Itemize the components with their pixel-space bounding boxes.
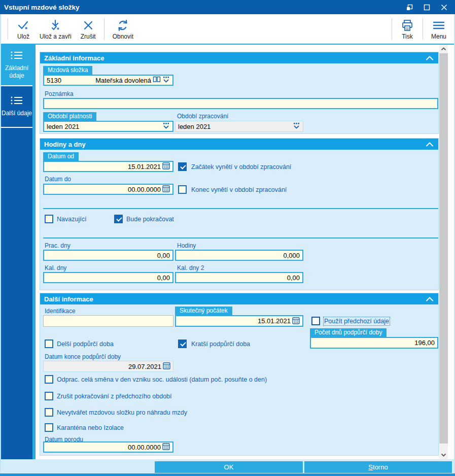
validity-period-field[interactable]: leden 2021 [43, 121, 173, 132]
date-to-field[interactable]: 00.00.0000 [43, 184, 173, 195]
processing-period-value: leden 2021 [178, 123, 211, 130]
toolbar-separator [8, 18, 8, 40]
calendar-icon[interactable] [162, 185, 170, 194]
date-to-label: Datum do [45, 176, 71, 183]
cancel-button[interactable]: Zrušit [76, 17, 100, 41]
actual-start-field[interactable]: 15.01.2021 [175, 315, 303, 327]
restore-icon[interactable] [405, 3, 413, 11]
refresh-label: Obnovit [113, 33, 133, 40]
section-title: Základní informace [44, 54, 104, 62]
longer-support-checkbox[interactable] [45, 339, 53, 348]
support-end-value: 29.07.2021 [128, 363, 161, 370]
refresh-icon [116, 18, 129, 32]
birth-date-field[interactable]: 00.00.0000 [43, 441, 173, 453]
collapse-section-icon[interactable] [425, 296, 434, 302]
work-days-label: Prac. dny [45, 242, 71, 249]
scroll-down-icon[interactable] [439, 451, 448, 459]
quarantine-checkbox[interactable] [45, 423, 53, 432]
wage-component-field[interactable]: 5130 Mateřská dovolená [43, 75, 173, 86]
wage-component-name: Mateřská dovolená [95, 77, 151, 84]
storno-label: Storno [368, 463, 388, 471]
calendar-icon[interactable] [163, 362, 170, 371]
longer-support-label: Delší podpůrčí doba [57, 341, 114, 348]
cal-days-value: 0,00 [157, 274, 170, 282]
wage-component-label: Mzdová složka [43, 66, 92, 75]
hours-field[interactable]: 0,000 [175, 250, 303, 261]
section-zakladni-informace: Základní informace Mzdová složka 5130 Ma… [40, 52, 439, 134]
maximize-icon[interactable] [423, 3, 431, 11]
cal-days-label: Kal. dny [45, 264, 66, 271]
ok-label: OK [224, 463, 234, 471]
actual-start-label: Skutečný počátek [175, 307, 232, 315]
hours-label: Hodiny [177, 242, 196, 249]
continuing-label: Navazující [57, 216, 86, 223]
window-title: Vstupní mzdové složky [4, 4, 80, 11]
toolbar: * Ulož * Ulož a zavři Zrušit Obnovit [0, 14, 455, 45]
no-wage-component-checkbox[interactable] [45, 408, 53, 417]
save-close-button[interactable]: * Ulož a zavři [35, 17, 76, 41]
note-label: Poznámka [45, 90, 74, 97]
sidebar-item-label: Další údaje [2, 110, 32, 117]
full-shift-label: Odprac. celá směna v den vzniku soc. udá… [57, 376, 267, 383]
print-button[interactable]: Tisk [396, 17, 419, 41]
collapse-section-icon[interactable] [425, 142, 434, 147]
quarantine-label: Karanténa nebo Izolace [57, 424, 124, 431]
menu-button[interactable]: Menu [427, 17, 451, 41]
hours-value: 0,000 [283, 252, 300, 259]
sidebar-item-dalsi-udaje[interactable]: Další údaje [1, 86, 32, 128]
scrollbar-thumb[interactable] [439, 53, 448, 444]
note-field[interactable] [43, 98, 438, 109]
processing-period-label: Období zpracování [177, 113, 228, 120]
cancel-continuation-checkbox[interactable] [45, 392, 53, 400]
continuing-checkbox[interactable] [45, 215, 53, 223]
book-icon[interactable] [153, 76, 161, 84]
section-header: Další informace [40, 293, 438, 304]
identification-field[interactable] [43, 315, 173, 327]
dropdown-combo-icon[interactable] [162, 76, 170, 85]
support-end-field[interactable]: 29.07.2021 [43, 361, 173, 372]
will-continue-checkbox[interactable] [114, 215, 123, 223]
work-days-value: 0,00 [157, 252, 170, 259]
vertical-scrollbar[interactable] [439, 45, 448, 459]
date-from-label: Datum od [43, 152, 79, 161]
date-from-field[interactable]: 15.01.2021 [43, 161, 173, 172]
validity-period-value: leden 2021 [47, 123, 79, 130]
shorter-support-checkbox[interactable] [178, 339, 187, 348]
window-controls [405, 3, 451, 11]
save-check-icon: * [16, 18, 30, 32]
processing-period-field[interactable]: leden 2021 [175, 121, 303, 132]
save-button[interactable]: * Ulož [12, 17, 35, 41]
refresh-button[interactable]: Obnovit [108, 17, 138, 41]
cancel-label: Zrušit [81, 33, 96, 40]
full-shift-checkbox[interactable] [45, 375, 53, 384]
hamburger-menu-icon [432, 18, 446, 32]
toolbar-separator [104, 18, 104, 40]
cal-days-2-field[interactable]: 0,00 [175, 272, 303, 283]
dropdown-combo-icon[interactable] [162, 122, 170, 131]
close-icon[interactable] [440, 3, 448, 11]
calendar-icon[interactable] [292, 317, 300, 326]
cal-days-field[interactable]: 0,00 [43, 272, 173, 283]
use-previous-checkbox[interactable] [311, 317, 320, 325]
scroll-up-icon[interactable] [439, 45, 448, 53]
save-close-label: Ulož a zavři [40, 33, 72, 40]
use-previous-label: Použít předchozí údaje [324, 318, 389, 325]
toolbar-separator [392, 18, 392, 40]
work-days-field[interactable]: 0,00 [43, 250, 173, 261]
support-days-field[interactable]: 196,00 [310, 337, 438, 349]
printer-icon [400, 18, 414, 32]
collapse-section-icon[interactable] [425, 55, 434, 61]
calendar-icon[interactable] [162, 443, 170, 452]
dropdown-combo-icon[interactable] [293, 122, 300, 131]
calendar-icon[interactable] [162, 162, 170, 171]
start-exempt-checkbox[interactable] [178, 162, 187, 171]
support-end-label: Datum konce podpůrčí doby [45, 353, 121, 360]
sidebar-item-zakladni-udaje[interactable]: Základní údaje [1, 45, 32, 86]
storno-button[interactable]: Storno [304, 461, 452, 473]
support-days-value: 196,00 [414, 339, 435, 347]
date-to-value: 00.00.0000 [128, 186, 161, 193]
shorter-support-label: Kratší podpůrčí doba [191, 341, 250, 348]
end-exempt-checkbox[interactable] [178, 185, 187, 194]
ok-button[interactable]: OK [155, 461, 303, 473]
menu-label: Menu [431, 33, 446, 40]
